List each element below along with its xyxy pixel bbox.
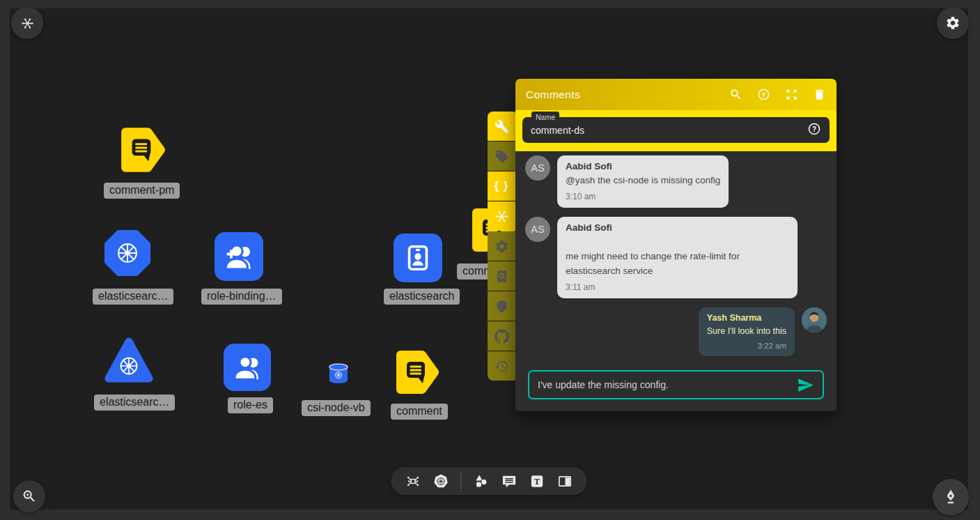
comment-shape-icon [117,124,169,176]
node-csi-node-vb[interactable] [326,361,351,386]
storage-cylinder-icon [326,361,351,386]
github-icon [495,329,509,344]
comment-composer [528,370,824,399]
history-tool-button[interactable] [488,351,515,381]
history-icon [495,359,509,374]
message-author: Aabid Sofi [566,222,789,233]
help-icon[interactable] [757,88,770,101]
kubernetes-snowflake-icon [495,209,509,224]
message-text: me might need to change the rate-limit f… [566,250,789,279]
settings-button[interactable] [937,7,969,39]
search-icon[interactable] [729,88,742,101]
messages-list: AS Aabid Sofi @yash the csi-node is miss… [515,151,837,360]
node-label: csi-node-vb [302,400,371,416]
github-tool-button[interactable] [488,321,515,351]
name-input[interactable] [531,125,807,136]
name-help-icon[interactable] [807,122,821,139]
gear-icon [945,15,960,31]
message-row: AS Aabid Sofi me might need to change th… [525,217,827,298]
wrench-tool-button[interactable] [488,112,515,141]
blank-line [566,233,789,247]
tag-tool-button[interactable] [488,142,515,171]
toolbar-divider [461,472,462,490]
node-label: elasticsearc… [94,395,175,411]
comments-panel-header[interactable]: Comments [515,79,837,110]
message-text: Sure I'll look into this [707,325,786,338]
node-label: comment-pm [104,183,180,199]
message-author: Yash Sharma [707,313,786,323]
media-icon[interactable] [557,473,573,489]
svg-text:T: T [534,477,540,487]
avatar-photo [802,307,827,332]
braces-config-button[interactable]: { } [488,171,515,201]
node-comment[interactable] [392,347,442,399]
avatar: AS [525,155,550,181]
send-icon[interactable] [797,376,814,394]
message-text: @yash the csi-node is missing config [566,174,720,188]
settings-tool-button[interactable] [488,231,515,261]
doc-search-icon [495,269,509,284]
circuit-icon[interactable] [405,473,421,489]
kubernetes-snowflake-icon [21,17,34,30]
message-time: 3:10 am [566,192,720,201]
message-time: 3:11 am [566,282,789,292]
scan-tool-button[interactable] [488,261,515,291]
expand-icon[interactable] [785,88,798,101]
canvas-toolbar: T [391,467,587,495]
zoom-in-icon [22,489,37,504]
message-bubble: Aabid Sofi me might need to change the r… [557,217,798,298]
node-label: elasticsearc… [93,289,173,305]
comments-panel: Comments Name AS Aabid Sofi @yash the cs… [515,79,837,411]
diagram-canvas[interactable]: comment-pm elasticsearc… role-binding… e… [10,8,968,510]
message-row: AS Aabid Sofi @yash the csi-node is miss… [525,155,827,208]
kubernetes-tool-button[interactable] [488,201,515,231]
comment-input[interactable] [538,379,797,390]
app-menu-button[interactable] [11,7,43,39]
role-binding-icon [222,240,256,273]
avatar: AS [525,217,550,242]
name-field-label: Name [531,112,559,123]
node-elasticsearch-octagon[interactable] [103,229,152,277]
zoom-in-button[interactable] [13,480,45,512]
node-elasticsearch-triangle[interactable] [103,335,155,386]
node-comment-pm[interactable] [117,124,169,176]
shield-tool-button[interactable] [488,291,515,321]
node-role-binding[interactable] [215,232,263,281]
node-elasticsearch-serviceaccount[interactable] [394,234,442,282]
panel-title: Comments [526,89,729,101]
node-label: comment [391,404,448,420]
braces-icon: { } [495,179,509,193]
message-author: Aabid Sofi [566,161,720,171]
trash-icon[interactable] [813,88,826,101]
message-bubble: Yash Sharma Sure I'll look into this 3:2… [699,307,795,356]
name-input-wrap: Name [522,117,830,143]
comment-icon[interactable] [501,473,518,489]
node-label: elasticsearch [384,289,460,305]
message-time: 3:22 am [707,342,786,350]
role-icon [231,351,263,383]
node-label: role-es [228,397,273,413]
gear-icon [495,239,509,254]
kubernetes-triangle-icon [103,335,155,386]
shapes-icon[interactable] [474,473,490,489]
text-icon[interactable]: T [529,473,545,489]
shield-icon [495,299,509,314]
service-account-icon [402,242,434,274]
node-label: role-binding… [201,289,282,305]
comment-shape-icon [392,347,442,397]
node-action-toolbar: { } [488,112,515,381]
pen-nib-icon [942,488,960,506]
pen-tool-button[interactable] [933,479,969,515]
kubernetes-icon[interactable] [433,473,449,489]
message-row: Yash Sharma Sure I'll look into this 3:2… [525,307,827,356]
node-role-es[interactable] [224,344,271,391]
message-bubble: Aabid Sofi @yash the csi-node is missing… [557,155,729,208]
kubernetes-octagon-icon [103,229,152,277]
name-field-block: Name [515,110,837,151]
